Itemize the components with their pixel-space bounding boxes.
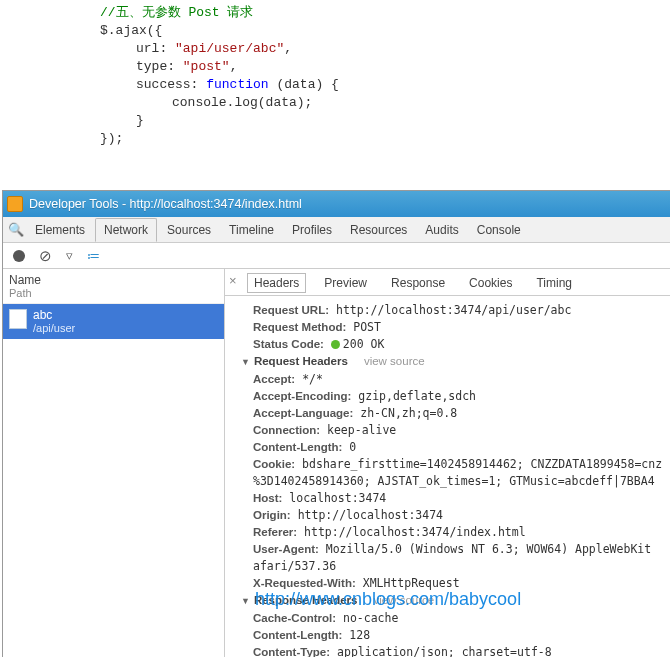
subtab-headers[interactable]: Headers <box>247 273 306 293</box>
request-url-label: Request URL: <box>253 304 329 316</box>
tab-resources[interactable]: Resources <box>342 219 415 241</box>
tab-timeline[interactable]: Timeline <box>221 219 282 241</box>
file-icon <box>9 309 27 329</box>
request-url-value: http://localhost:3474/api/user/abc <box>336 303 571 317</box>
view-source-link[interactable]: view source <box>364 355 425 367</box>
tab-network[interactable]: Network <box>95 218 157 242</box>
status-code-label: Status Code: <box>253 338 324 350</box>
response-headers-section[interactable]: Response Headers <box>241 594 357 606</box>
tab-console[interactable]: Console <box>469 219 529 241</box>
tab-audits[interactable]: Audits <box>417 219 466 241</box>
devtools-window: Developer Tools - http://localhost:3474/… <box>2 190 670 657</box>
request-name: abc <box>33 308 75 322</box>
headers-content: Request URL: http://localhost:3474/api/u… <box>225 296 670 657</box>
view-list-icon[interactable]: ≔ <box>87 248 101 263</box>
request-method-value: POST <box>353 320 381 334</box>
subtab-timing[interactable]: Timing <box>530 274 578 292</box>
request-details-panel: × Headers Preview Response Cookies Timin… <box>225 269 670 657</box>
subtab-cookies[interactable]: Cookies <box>463 274 518 292</box>
tab-sources[interactable]: Sources <box>159 219 219 241</box>
code-snippet: //五、无参数 Post 请求 $.ajax({ url: "api/user/… <box>0 0 670 158</box>
close-icon[interactable]: × <box>229 273 237 288</box>
col-path: Path <box>9 287 218 299</box>
view-source-link-2[interactable]: view source <box>373 594 434 606</box>
code-comment: //五、无参数 Post 请求 <box>100 5 253 20</box>
clear-icon[interactable]: ⊘ <box>39 247 52 265</box>
request-method-label: Request Method: <box>253 321 346 333</box>
details-subtabs: Headers Preview Response Cookies Timing <box>225 269 670 296</box>
app-icon <box>7 196 23 212</box>
tab-profiles[interactable]: Profiles <box>284 219 340 241</box>
main-tabbar: 🔍 Elements Network Sources Timeline Prof… <box>3 217 670 243</box>
record-icon[interactable] <box>13 250 25 262</box>
request-headers-section[interactable]: Request Headers <box>241 355 348 367</box>
col-name: Name <box>9 273 218 287</box>
window-title: Developer Tools - http://localhost:3474/… <box>29 191 302 217</box>
status-code-value: 200 OK <box>343 337 385 351</box>
request-list-panel: Name Path abc /api/user <box>3 269 225 657</box>
window-titlebar[interactable]: Developer Tools - http://localhost:3474/… <box>3 191 670 217</box>
filter-icon[interactable]: ▿ <box>66 248 73 263</box>
request-path: /api/user <box>33 322 75 335</box>
request-row[interactable]: abc /api/user <box>3 304 224 339</box>
subtab-response[interactable]: Response <box>385 274 451 292</box>
network-toolbar: ⊘ ▿ ≔ <box>3 243 670 269</box>
status-dot-icon <box>331 340 340 349</box>
request-list-header[interactable]: Name Path <box>3 269 224 304</box>
tab-elements[interactable]: Elements <box>27 219 93 241</box>
search-icon[interactable]: 🔍 <box>7 222 25 237</box>
subtab-preview[interactable]: Preview <box>318 274 373 292</box>
